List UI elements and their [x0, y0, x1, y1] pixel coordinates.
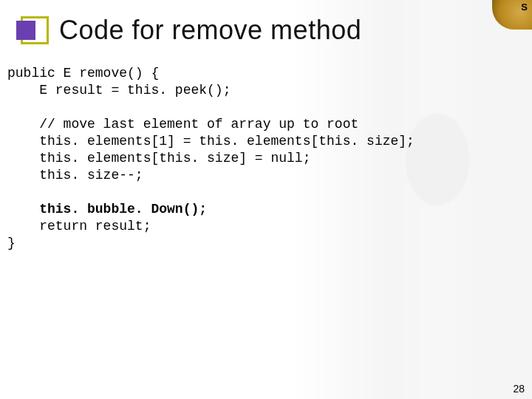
code-line: this. size--;: [7, 168, 143, 183]
page-number: 28: [513, 383, 525, 395]
code-block: public E remove() { E result = this. pee…: [7, 65, 415, 252]
code-line: // move last element of array up to root: [7, 117, 358, 132]
slide-title: Code for remove method: [59, 15, 361, 46]
code-line: return result;: [7, 219, 151, 233]
code-line: this. elements[1] = this. elements[this.…: [7, 134, 415, 149]
code-line: E result = this. peek();: [7, 83, 231, 98]
code-line: }: [7, 236, 16, 250]
title-bullet-icon: [21, 16, 49, 44]
code-line: this. bubble. Down();: [7, 202, 207, 216]
code-line: public E remove() {: [7, 66, 159, 81]
title-row: Code for remove method: [21, 15, 361, 46]
corner-badge: S: [492, 0, 532, 30]
code-line: this. elements[this. size] = null;: [7, 151, 310, 166]
corner-label: S: [521, 1, 528, 13]
